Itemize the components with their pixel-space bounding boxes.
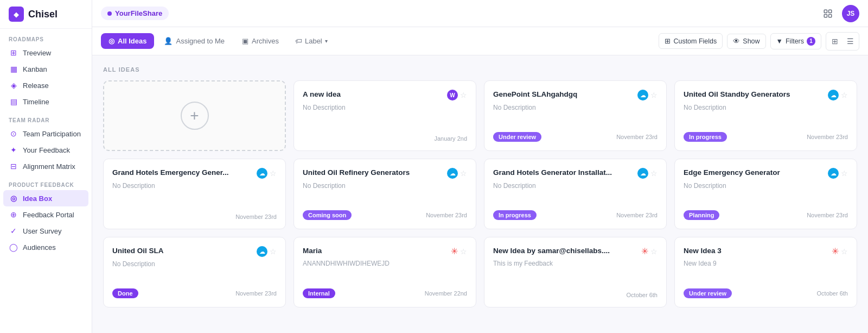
- sidebar-item-feedback-portal[interactable]: ⊕ Feedback Portal: [0, 206, 92, 223]
- card-icons: ☁ ☆: [257, 246, 277, 257]
- star-icon[interactable]: ☆: [841, 91, 848, 99]
- idea-card-genepoint[interactable]: GenePoint SLAhgahdgq ☁ ☆ No Description …: [484, 80, 667, 151]
- sidebar-item-team-participation[interactable]: ⊙ Team Participation: [0, 125, 92, 142]
- idea-card-grand-hotels-installat[interactable]: Grand Hotels Generator Installat... ☁ ☆ …: [484, 159, 667, 229]
- idea-card-maria[interactable]: Maria ✳ ☆ ANANNDHIWHIWDIHEWEJD Internal …: [293, 237, 476, 307]
- sidebar-item-alignment-matrix[interactable]: ⊟ Alignment Matrix: [0, 158, 92, 174]
- star-icon[interactable]: ☆: [460, 169, 467, 178]
- status-badge: Internal: [303, 288, 335, 298]
- card-date: November 23rd: [235, 213, 277, 220]
- filter-count-badge: 1: [807, 37, 815, 46]
- tab-archives[interactable]: ▣ Archives: [234, 33, 286, 49]
- card-footer: Internal November 22nd: [303, 288, 467, 298]
- show-button[interactable]: 👁 Show: [727, 34, 765, 49]
- sidebar-item-label: Kanban: [23, 65, 47, 73]
- svg-rect-2: [824, 14, 827, 17]
- svg-rect-3: [829, 14, 832, 17]
- svg-rect-1: [829, 10, 832, 12]
- card-description: New Idea 9: [684, 260, 848, 267]
- star-icon[interactable]: ☆: [650, 91, 658, 99]
- card-header: New Idea by samar@chisellabs.... ✳ ☆: [493, 246, 658, 256]
- card-header: United Oil SLA ☁ ☆: [112, 246, 277, 257]
- source-icon-salesforce: ☁: [257, 246, 267, 257]
- source-icon-asterisk: ✳: [641, 246, 648, 256]
- card-footer: Done November 23rd: [112, 288, 277, 298]
- tab-assigned-me[interactable]: 👤 Assigned to Me: [156, 33, 232, 49]
- team-participation-icon: ⊙: [9, 129, 18, 138]
- card-title: Grand Hotels Generator Installat...: [493, 168, 634, 178]
- star-icon[interactable]: ☆: [650, 169, 658, 178]
- card-header: Grand Hotels Generator Installat... ☁ ☆: [493, 168, 658, 179]
- tab-all-ideas[interactable]: ◎ All Ideas: [101, 33, 154, 49]
- add-icon: +: [181, 102, 209, 130]
- sidebar-item-idea-box[interactable]: ◎ Idea Box: [3, 190, 88, 206]
- svg-rect-0: [824, 10, 827, 12]
- sidebar-item-release[interactable]: ◈ Release: [0, 77, 92, 93]
- status-badge: Under review: [684, 288, 732, 298]
- idea-card-united-oil-standby[interactable]: United Oil Standby Generators ☁ ☆ No Des…: [674, 80, 857, 151]
- idea-card-new-idea-samar[interactable]: New Idea by samar@chisellabs.... ✳ ☆ Thi…: [484, 237, 667, 307]
- card-footer: Under review November 23rd: [493, 132, 658, 142]
- project-name: YourFileShare: [115, 9, 162, 17]
- star-icon[interactable]: ☆: [841, 247, 848, 256]
- list-view-btn[interactable]: ☰: [843, 34, 857, 48]
- sidebar-item-user-survey[interactable]: ✓ User Survey: [0, 223, 92, 239]
- card-date: November 23rd: [426, 212, 467, 218]
- star-icon[interactable]: ☆: [270, 169, 277, 178]
- sidebar-item-label: Alignment Matrix: [23, 162, 75, 171]
- card-icons: ☁ ☆: [828, 168, 848, 179]
- status-badge: Planning: [684, 210, 719, 220]
- sidebar-item-timeline[interactable]: ▤ Timeline: [0, 93, 92, 110]
- card-header: United Oil Standby Generators ☁ ☆: [684, 90, 848, 100]
- idea-card-united-oil-refinery[interactable]: United Oil Refinery Generators ☁ ☆ No De…: [293, 159, 476, 229]
- card-description: No Description: [112, 260, 277, 268]
- idea-card-a-new-idea[interactable]: A new idea W ☆ No Description January 2n…: [293, 80, 476, 151]
- assigned-icon: 👤: [164, 37, 173, 45]
- card-date: January 2nd: [434, 135, 467, 142]
- star-icon[interactable]: ☆: [460, 91, 467, 99]
- sidebar-item-label: Treeview: [23, 49, 51, 57]
- card-footer: Planning November 23rd: [684, 210, 848, 220]
- notification-icon-btn[interactable]: [819, 5, 837, 22]
- ideas-grid: + A new idea W ☆ No Description January …: [103, 80, 857, 307]
- idea-card-grand-hotels-emergency[interactable]: Grand Hotels Emergency Gener... ☁ ☆ No D…: [103, 159, 286, 229]
- card-title: United Oil Refinery Generators: [303, 168, 444, 178]
- user-avatar[interactable]: JS: [842, 5, 859, 22]
- idea-card-new-idea-3[interactable]: New Idea 3 ✳ ☆ New Idea 9 Under review O…: [674, 237, 857, 307]
- sidebar-item-label: Idea Box: [23, 194, 52, 203]
- product-feedback-section-label: PRODUCT FEEDBACK: [0, 174, 92, 190]
- add-idea-card[interactable]: +: [103, 80, 286, 151]
- card-icons: ✳ ☆: [832, 246, 848, 256]
- grid-view-btn[interactable]: ⊞: [828, 34, 842, 48]
- audiences-icon: ◯: [9, 243, 18, 252]
- sidebar-item-kanban[interactable]: ▦ Kanban: [0, 61, 92, 77]
- project-badge[interactable]: YourFileShare: [101, 7, 169, 20]
- idea-card-united-oil-sla[interactable]: United Oil SLA ☁ ☆ No Description Done N…: [103, 237, 286, 307]
- tab-label[interactable]: 🏷 Label ▾: [289, 33, 334, 49]
- roadmaps-section-label: ROADMAPS: [0, 29, 92, 45]
- label-icon: 🏷: [295, 37, 302, 45]
- topbar-left: YourFileShare: [101, 7, 169, 20]
- card-icons: ☁ ☆: [447, 168, 467, 179]
- idea-card-edge-emergency[interactable]: Edge Emergency Generator ☁ ☆ No Descript…: [674, 159, 857, 229]
- star-icon[interactable]: ☆: [650, 247, 658, 256]
- user-survey-icon: ✓: [9, 227, 18, 235]
- star-icon[interactable]: ☆: [460, 247, 467, 256]
- sidebar-item-your-feedback[interactable]: ✦ Your Feedback: [0, 142, 92, 158]
- source-icon-salesforce: ☁: [447, 168, 458, 179]
- sidebar-item-treeview[interactable]: ⊞ Treeview: [0, 45, 92, 61]
- sidebar-item-audiences[interactable]: ◯ Audiences: [0, 239, 92, 255]
- filters-button[interactable]: ▼ Filters 1: [770, 33, 821, 49]
- custom-fields-button[interactable]: ⊞ Custom Fields: [659, 33, 723, 49]
- chevron-down-icon: ▾: [325, 38, 328, 44]
- app-name: Chisel: [28, 9, 58, 20]
- status-badge: In progress: [684, 132, 727, 142]
- tabbar: ◎ All Ideas 👤 Assigned to Me ▣ Archives …: [92, 27, 868, 55]
- content-area: ALL IDEAS + A new idea W ☆ No Descriptio…: [92, 55, 868, 333]
- star-icon[interactable]: ☆: [270, 247, 277, 256]
- sidebar-item-label: Audiences: [23, 243, 56, 252]
- logo-icon: [9, 7, 24, 22]
- status-badge: Done: [112, 288, 138, 298]
- source-icon-salesforce: ☁: [637, 168, 648, 179]
- star-icon[interactable]: ☆: [841, 169, 848, 178]
